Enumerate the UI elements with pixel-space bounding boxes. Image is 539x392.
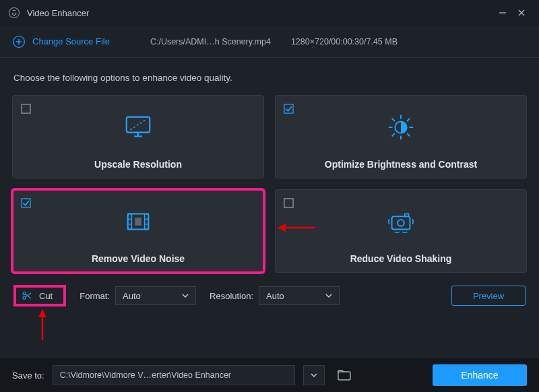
saveto-label: Save to: (12, 370, 44, 381)
saveto-path-value: C:\Vidmore\Vidmore V…erter\Video Enhance… (60, 370, 231, 380)
card-optimize-label: Optimize Brightness and Contrast (325, 159, 477, 170)
enhance-button[interactable]: Enhance (433, 364, 527, 386)
svg-line-12 (131, 120, 146, 130)
scissors-icon (22, 290, 32, 301)
change-source-button[interactable]: Change Source File (12, 35, 110, 48)
chevron-down-icon (311, 372, 317, 379)
source-file-info: 1280×720/00:00:30/7.45 MB (291, 37, 398, 46)
svg-line-22 (407, 133, 410, 136)
resolution-dropdown[interactable]: Auto (259, 286, 340, 305)
app-title: Video Enhancer (27, 8, 493, 18)
card-reduce-shaking[interactable]: Reduce Video Shaking (275, 189, 527, 273)
title-bar: Video Enhancer (0, 0, 539, 26)
saveto-path-field[interactable]: C:\Vidmore\Vidmore V…erter\Video Enhance… (53, 365, 295, 385)
instruction-text: Choose the following options to enhance … (13, 73, 527, 83)
monitor-icon (123, 112, 154, 143)
content-area: Choose the following options to enhance … (0, 58, 539, 316)
svg-line-21 (392, 119, 395, 121)
card-upscale-resolution[interactable]: Upscale Resolution (12, 95, 264, 178)
svg-marker-45 (38, 309, 46, 317)
film-icon (123, 206, 154, 237)
brightness-icon (385, 112, 416, 143)
close-icon (517, 8, 526, 18)
svg-point-0 (9, 8, 20, 18)
resolution-label: Resolution: (210, 291, 253, 301)
svg-point-36 (398, 220, 404, 226)
svg-line-24 (407, 119, 410, 121)
camera-shake-icon (385, 206, 416, 237)
svg-rect-35 (392, 216, 410, 229)
folder-icon (338, 370, 351, 381)
minimize-icon (498, 8, 507, 18)
svg-rect-46 (338, 372, 350, 380)
preview-button[interactable]: Preview (451, 286, 526, 306)
cut-button[interactable]: Cut (13, 285, 66, 306)
options-grid: Upscale Resolution Optimize Brightness a… (12, 95, 527, 273)
plus-circle-icon (12, 35, 26, 48)
source-row: Change Source File C:/Users/ADMI…h Scene… (0, 26, 539, 58)
svg-rect-37 (405, 214, 409, 217)
source-file-path: C:/Users/ADMI…h Scenery.mp4 (150, 37, 271, 46)
chevron-down-icon (182, 292, 189, 299)
browse-folder-button[interactable] (336, 366, 353, 384)
svg-point-3 (13, 15, 15, 16)
svg-rect-33 (135, 218, 141, 226)
resolution-value: Auto (266, 291, 284, 301)
card-denoise-label: Remove Video Noise (92, 253, 185, 264)
format-dropdown[interactable]: Auto (115, 286, 196, 305)
annotation-arrow-icon (32, 308, 53, 341)
close-button[interactable] (512, 3, 531, 22)
format-label: Format: (80, 291, 110, 301)
card-optimize-brightness[interactable]: Optimize Brightness and Contrast (275, 95, 527, 178)
resolution-group: Resolution: Auto (210, 286, 340, 305)
saveto-dropdown[interactable] (303, 365, 325, 385)
minimize-button[interactable] (493, 3, 512, 22)
card-remove-noise[interactable]: Remove Video Noise (12, 189, 264, 273)
svg-point-2 (15, 13, 16, 14)
bottom-bar: Save to: C:\Vidmore\Vidmore V…erter\Vide… (0, 358, 539, 392)
app-icon (8, 7, 20, 19)
format-group: Format: Auto (80, 286, 196, 305)
card-deshake-label: Reduce Video Shaking (350, 253, 452, 264)
svg-line-23 (392, 133, 395, 136)
cut-label: Cut (39, 291, 53, 301)
svg-point-1 (12, 13, 13, 14)
footer-options-row: Cut Format: Auto Resolution: Auto Previe… (12, 285, 527, 306)
card-upscale-label: Upscale Resolution (94, 159, 182, 170)
chevron-down-icon (325, 292, 332, 299)
change-source-label: Change Source File (32, 36, 110, 46)
format-value: Auto (123, 291, 141, 301)
